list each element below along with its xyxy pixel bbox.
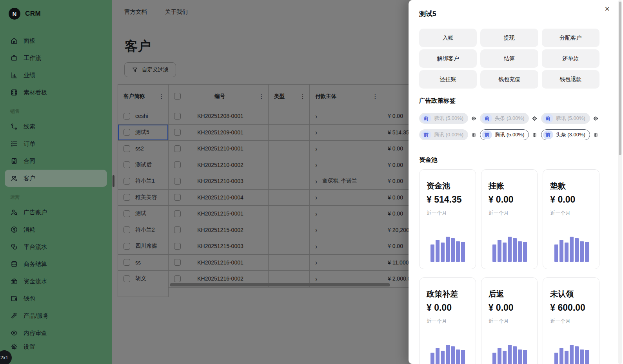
- expand-chevron-icon[interactable]: ›: [315, 275, 317, 282]
- settle-button[interactable]: 结算: [480, 49, 538, 68]
- tag-settings-gear-icon[interactable]: [471, 116, 477, 121]
- row-checkbox[interactable]: [124, 113, 130, 120]
- policy-tag-active[interactable]: 前腾讯 (5.00%): [480, 129, 529, 140]
- row-checkbox[interactable]: [174, 210, 181, 217]
- cell-type: [269, 108, 310, 125]
- expand-chevron-icon[interactable]: ›: [315, 259, 317, 266]
- cell-name[interactable]: 符小兰1: [118, 173, 169, 190]
- sidebar-item-leads[interactable]: 线索: [5, 118, 107, 135]
- expand-chevron-icon[interactable]: ›: [315, 112, 317, 120]
- expand-chevron-icon[interactable]: ›: [315, 177, 317, 185]
- row-checkbox[interactable]: [124, 129, 130, 136]
- cell-name[interactable]: 稚美美容: [118, 190, 169, 206]
- expand-chevron-icon[interactable]: ›: [315, 161, 317, 168]
- sidebar-item-products-services[interactable]: 产品/服务: [5, 307, 107, 324]
- expand-chevron-icon[interactable]: ›: [315, 226, 317, 234]
- expand-chevron-icon[interactable]: ›: [315, 129, 317, 136]
- row-checkbox[interactable]: [174, 178, 181, 185]
- sidebar-item-ad-accounts[interactable]: 广告账户: [5, 204, 107, 221]
- cell-name[interactable]: ss2: [118, 141, 169, 157]
- wallet-refund-button[interactable]: 钱包退款: [542, 70, 599, 89]
- cell-name[interactable]: 四川席媒: [118, 238, 169, 255]
- column-menu-icon[interactable]: ⋮: [372, 93, 378, 100]
- row-checkbox[interactable]: [124, 226, 130, 233]
- sidebar-section-sales: 销售: [5, 101, 107, 118]
- row-checkbox[interactable]: [174, 194, 181, 201]
- repay-credit-button[interactable]: 还挂账: [419, 70, 477, 89]
- cell-name[interactable]: 测试: [118, 206, 169, 222]
- row-checkbox[interactable]: [174, 243, 181, 250]
- expand-chevron-icon[interactable]: ›: [315, 194, 317, 201]
- tag-settings-gear-icon[interactable]: [593, 132, 599, 138]
- link-about-us[interactable]: 关于我们: [165, 8, 188, 16]
- policy-tag[interactable]: 前腾讯 (5.00%): [541, 113, 590, 124]
- row-checkbox[interactable]: [174, 259, 181, 266]
- deposit-button[interactable]: 入账: [419, 29, 477, 47]
- policy-tag-active[interactable]: 前头条 (3.00%): [541, 129, 590, 140]
- sidebar-item-workflow[interactable]: 工作流: [5, 49, 107, 67]
- tag-settings-gear-icon[interactable]: [593, 116, 599, 121]
- select-all-checkbox[interactable]: [174, 93, 181, 100]
- repay-advance-button[interactable]: 还垫款: [542, 49, 599, 68]
- sidebar-item-fund-flow[interactable]: 资金流水: [5, 273, 107, 290]
- sidebar-item-business-settlement[interactable]: 商务结算: [5, 255, 107, 273]
- column-menu-icon[interactable]: ⋮: [300, 93, 305, 100]
- row-checkbox[interactable]: [124, 194, 130, 201]
- close-icon[interactable]: ×: [605, 5, 610, 13]
- row-checkbox[interactable]: [174, 275, 181, 282]
- sidebar-item-platform-flow[interactable]: 平台流水: [5, 238, 107, 255]
- column-menu-icon[interactable]: ⋮: [259, 93, 264, 100]
- row-checkbox[interactable]: [124, 243, 130, 250]
- vertical-scrollbar-handle[interactable]: [113, 175, 114, 187]
- cell-name[interactable]: 符小兰2: [118, 222, 169, 239]
- row-checkbox[interactable]: [124, 161, 130, 168]
- horizontal-scrollbar[interactable]: [170, 283, 390, 286]
- policy-tag-cell: 前腾讯 (5.00%): [480, 129, 538, 140]
- expand-chevron-icon[interactable]: ›: [315, 210, 317, 217]
- eye-icon: [10, 329, 18, 337]
- sidebar-item-label: 工作流: [24, 54, 41, 62]
- tag-settings-gear-icon[interactable]: [532, 132, 538, 138]
- tag-settings-gear-icon[interactable]: [471, 132, 477, 138]
- cell-name[interactable]: ceshi: [118, 108, 169, 125]
- row-checkbox[interactable]: [174, 226, 181, 233]
- row-checkbox[interactable]: [174, 113, 181, 120]
- row-checkbox[interactable]: [124, 210, 130, 217]
- sidebar-item-dashboard[interactable]: 面板: [5, 32, 107, 49]
- column-menu-icon[interactable]: ⋮: [159, 93, 164, 100]
- sidebar-item-orders[interactable]: 订单: [5, 135, 107, 152]
- sidebar-item-consumption[interactable]: 消耗: [5, 221, 107, 238]
- row-checkbox[interactable]: [174, 129, 181, 136]
- sidebar-item-settings[interactable]: 设置: [5, 338, 107, 355]
- custom-filter-button[interactable]: 自定义过滤: [124, 62, 176, 77]
- cell-name[interactable]: 测试5: [118, 125, 169, 141]
- cell-name[interactable]: 胡义: [118, 271, 169, 287]
- expand-chevron-icon[interactable]: ›: [315, 243, 317, 250]
- cell-name[interactable]: ss: [118, 255, 169, 271]
- sidebar-item-material-board[interactable]: 素材看板: [5, 84, 107, 101]
- sidebar-item-performance[interactable]: 业绩: [5, 67, 107, 84]
- withdraw-button[interactable]: 提现: [480, 29, 538, 47]
- row-checkbox[interactable]: [174, 145, 181, 152]
- row-checkbox[interactable]: [124, 145, 130, 152]
- drawer-scrollbar-thumb[interactable]: [619, 2, 621, 155]
- sidebar-item-contracts[interactable]: 合同: [5, 152, 107, 170]
- row-checkbox[interactable]: [124, 259, 130, 266]
- wallet-recharge-button[interactable]: 钱包充值: [480, 70, 538, 89]
- unbind-customer-button[interactable]: 解绑客户: [419, 49, 477, 68]
- drawer-scrollbar[interactable]: [618, 0, 622, 364]
- sidebar-item-customers[interactable]: 客户: [5, 170, 107, 187]
- page-title: 客户: [125, 38, 151, 55]
- row-checkbox[interactable]: [124, 178, 130, 185]
- row-checkbox[interactable]: [124, 275, 130, 282]
- assign-customer-button[interactable]: 分配客户: [542, 29, 599, 47]
- sidebar-item-wallet[interactable]: 钱包: [5, 290, 107, 307]
- link-official-docs[interactable]: 官方文档: [124, 8, 147, 16]
- cell-name[interactable]: 测试后: [118, 157, 169, 174]
- policy-tag[interactable]: 前腾讯 (0.00%): [419, 129, 468, 140]
- policy-tag[interactable]: 前头条 (3.00%): [480, 113, 529, 124]
- expand-chevron-icon[interactable]: ›: [315, 145, 317, 152]
- policy-tag[interactable]: 前腾讯 (5.00%): [419, 113, 468, 124]
- tag-settings-gear-icon[interactable]: [532, 116, 538, 121]
- row-checkbox[interactable]: [174, 161, 181, 168]
